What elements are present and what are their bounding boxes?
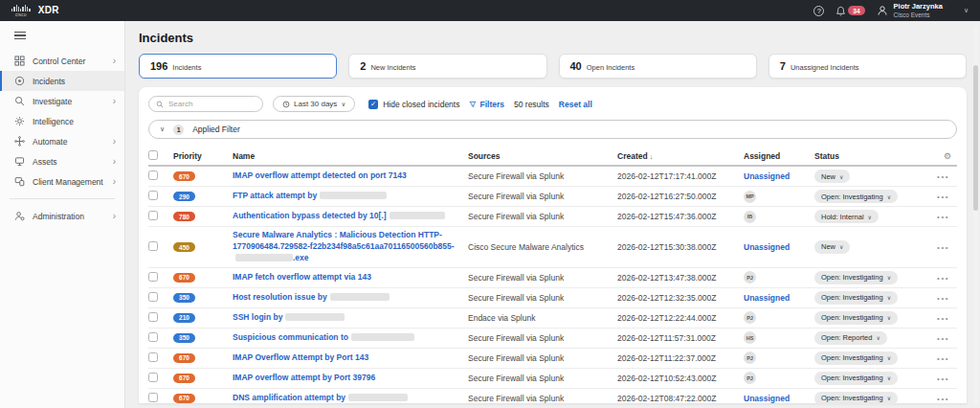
incident-assigned[interactable]: PJ bbox=[744, 271, 814, 283]
summary-card-incidents[interactable]: 196 Incidents bbox=[139, 54, 337, 79]
notifications-button[interactable]: 34 bbox=[835, 6, 864, 16]
incident-assigned[interactable]: MP bbox=[744, 191, 814, 203]
incident-status-dropdown[interactable]: Open: Reported∨ bbox=[814, 331, 887, 345]
row-checkbox[interactable] bbox=[148, 272, 158, 282]
assignee-avatar[interactable]: PJ bbox=[744, 372, 756, 384]
assignee-avatar[interactable]: HS bbox=[744, 331, 756, 344]
table-row[interactable]: 670 IMAP overflow attempt detected on po… bbox=[148, 167, 957, 187]
row-checkbox[interactable] bbox=[148, 211, 158, 220]
incident-status-dropdown[interactable]: Open: Investigating∨ bbox=[814, 271, 898, 284]
assignee-avatar[interactable]: MP bbox=[744, 191, 756, 203]
incident-status-dropdown[interactable]: Open: Investigating∨ bbox=[814, 311, 898, 325]
row-checkbox[interactable] bbox=[148, 170, 158, 180]
incident-name-link[interactable]: IMAP Overflow Attempt by Port 143 bbox=[233, 352, 468, 364]
row-checkbox[interactable] bbox=[148, 292, 158, 302]
row-actions-button[interactable]: ••• bbox=[937, 334, 949, 343]
incident-name-link[interactable]: Host resolution issue by bbox=[233, 292, 468, 304]
column-header-name[interactable]: Name bbox=[233, 151, 468, 161]
incident-assigned[interactable]: PJ bbox=[744, 351, 814, 364]
row-actions-button[interactable]: ••• bbox=[937, 294, 949, 303]
help-icon[interactable]: ? bbox=[813, 6, 824, 16]
row-checkbox[interactable] bbox=[148, 241, 158, 251]
row-actions-button[interactable]: ••• bbox=[937, 374, 949, 383]
incident-status-dropdown[interactable]: Open: Investigating∨ bbox=[814, 190, 898, 203]
summary-card-new-incidents[interactable]: 2 New Incidents bbox=[348, 54, 546, 79]
row-checkbox[interactable] bbox=[148, 312, 158, 322]
incident-status-dropdown[interactable]: Open: Investigating∨ bbox=[814, 291, 898, 305]
summary-card-open-incidents[interactable]: 40 Open Incidents bbox=[559, 54, 757, 79]
sidebar-item-client-management[interactable]: Client Management › bbox=[0, 171, 124, 192]
incident-name-link[interactable]: IMAP fetch overflow attempt via 143 bbox=[233, 272, 468, 283]
table-row[interactable]: 210 SSH login by Endace via Splunk 2026-… bbox=[148, 308, 957, 329]
row-actions-button[interactable]: ••• bbox=[937, 193, 949, 201]
row-actions-button[interactable]: ••• bbox=[937, 213, 949, 221]
column-header-created[interactable]: Created↓ bbox=[617, 151, 744, 161]
table-row[interactable]: 670 IMAP fetch overflow attempt via 143 … bbox=[148, 268, 957, 288]
applied-filter-bar[interactable]: ∨ 1 Applied Filter bbox=[148, 120, 957, 139]
sidebar-item-investigate[interactable]: Investigate › bbox=[0, 91, 124, 111]
sidebar-item-control-center[interactable]: Control Center › bbox=[0, 51, 124, 71]
incident-assigned[interactable]: HS bbox=[744, 331, 814, 344]
assignee-avatar[interactable]: PJ bbox=[744, 311, 756, 324]
table-row[interactable]: 350 Host resolution issue by Secure Fire… bbox=[148, 288, 957, 308]
incident-name-link[interactable]: DNS amplification attempt by bbox=[233, 393, 468, 404]
table-row[interactable]: 350 Suspicious communication to Secure F… bbox=[148, 329, 957, 349]
column-header-priority[interactable]: Priority bbox=[173, 151, 233, 161]
unassigned-link[interactable]: Unassigned bbox=[744, 293, 790, 303]
assignee-avatar[interactable]: PJ bbox=[744, 351, 756, 364]
incident-name-link[interactable]: Suspicious communication to bbox=[233, 332, 468, 344]
row-checkbox[interactable] bbox=[148, 373, 158, 382]
table-row[interactable]: 670 IMAP overflow attempt by Port 39796 … bbox=[148, 369, 957, 389]
user-menu[interactable]: Piotr Jarzynka Cisco Events bbox=[877, 3, 943, 18]
incident-assigned[interactable]: Unassigned bbox=[744, 242, 814, 252]
incident-assigned[interactable]: PJ bbox=[744, 372, 814, 384]
unassigned-link[interactable]: Unassigned bbox=[744, 171, 790, 181]
incident-assigned[interactable]: Unassigned bbox=[744, 171, 814, 181]
incident-status-dropdown[interactable]: Open: Investigating∨ bbox=[814, 351, 898, 365]
row-actions-button[interactable]: ••• bbox=[937, 314, 949, 323]
scrollbar-thumb[interactable] bbox=[973, 65, 978, 211]
select-all-checkbox[interactable] bbox=[148, 150, 158, 160]
row-checkbox[interactable] bbox=[148, 332, 158, 342]
table-row[interactable]: 670 DNS amplification attempt by Secure … bbox=[148, 389, 957, 408]
sidebar-item-incidents[interactable]: Incidents › bbox=[0, 71, 124, 91]
unassigned-link[interactable]: Unassigned bbox=[744, 242, 790, 252]
column-header-status[interactable]: Status bbox=[814, 151, 922, 161]
assignee-avatar[interactable]: IB bbox=[744, 211, 756, 223]
row-actions-button[interactable]: ••• bbox=[937, 243, 949, 252]
row-checkbox[interactable] bbox=[148, 352, 158, 362]
row-checkbox[interactable] bbox=[148, 393, 158, 402]
hamburger-menu-icon[interactable] bbox=[14, 32, 26, 39]
incident-status-dropdown[interactable]: Open: Investigating∨ bbox=[814, 372, 898, 385]
table-row[interactable]: 780 Authentication bypass detected by 10… bbox=[148, 207, 957, 227]
assignee-avatar[interactable]: PJ bbox=[744, 271, 756, 283]
sidebar-item-automate[interactable]: Automate › bbox=[0, 131, 124, 151]
incident-name-link[interactable]: IMAP overflow attempt by Port 39796 bbox=[233, 373, 468, 384]
incident-name-link[interactable]: IMAP overflow attempt detected on port 7… bbox=[233, 170, 468, 182]
sidebar-item-intelligence[interactable]: Intelligence › bbox=[0, 111, 124, 131]
chevron-down-icon[interactable]: ∨ bbox=[160, 125, 165, 133]
table-row[interactable]: 290 FTP attack attempt by Secure Firewal… bbox=[148, 187, 957, 207]
filters-button[interactable]: Filters bbox=[469, 100, 504, 109]
row-actions-button[interactable]: ••• bbox=[937, 172, 949, 181]
incident-assigned[interactable]: PJ bbox=[744, 311, 814, 324]
incident-name-link[interactable]: Authentication bypass detected by 10[.] bbox=[233, 211, 468, 222]
incident-status-dropdown[interactable]: New∨ bbox=[814, 240, 850, 254]
incident-status-dropdown[interactable]: Hold: Internal∨ bbox=[814, 210, 879, 223]
incident-status-dropdown[interactable]: New∨ bbox=[814, 170, 850, 183]
column-header-sources[interactable]: Sources bbox=[468, 151, 617, 161]
reset-all-button[interactable]: Reset all bbox=[559, 100, 592, 109]
table-row[interactable]: 450 Secure Malware Analytics : Malicious… bbox=[148, 227, 957, 268]
incident-name-link[interactable]: SSH login by bbox=[233, 312, 468, 324]
row-actions-button[interactable]: ••• bbox=[937, 395, 949, 403]
incident-assigned[interactable]: Unassigned bbox=[744, 293, 814, 303]
table-row[interactable]: 670 IMAP Overflow Attempt by Port 143 Se… bbox=[148, 349, 957, 369]
row-checkbox[interactable] bbox=[148, 191, 158, 200]
chevron-down-icon[interactable]: ∨ bbox=[964, 7, 969, 14]
time-range-dropdown[interactable]: Last 30 days ∨ bbox=[273, 96, 355, 112]
sidebar-item-assets[interactable]: Assets › bbox=[0, 151, 124, 171]
incident-assigned[interactable]: Unassigned bbox=[744, 394, 814, 403]
sidebar-item-administration[interactable]: Administration › bbox=[0, 206, 124, 226]
incident-name-link[interactable]: FTP attack attempt by bbox=[233, 191, 468, 202]
row-actions-button[interactable]: ••• bbox=[937, 274, 949, 283]
